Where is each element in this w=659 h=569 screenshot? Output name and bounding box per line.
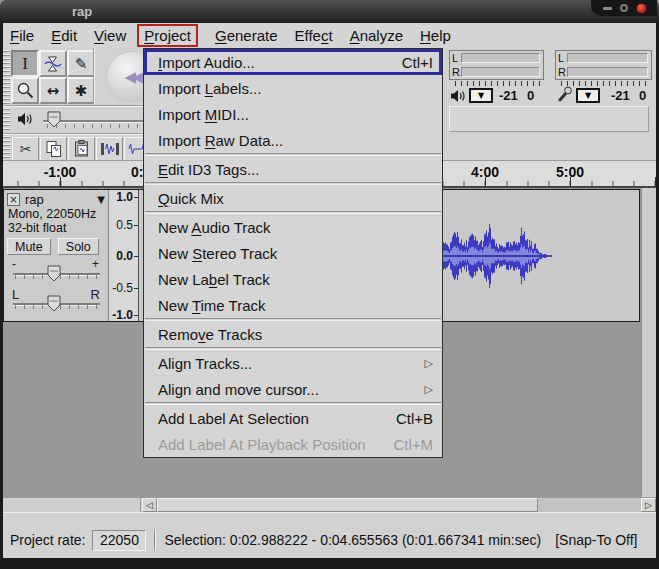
maximize-icon[interactable] <box>620 4 628 12</box>
track-control-panel: × rap ▼ Mono, 22050Hz 32-bit float Mute … <box>4 190 109 321</box>
track-menu-dropdown[interactable]: ▼ <box>97 194 105 205</box>
menu-item-label: Edit ID3 Tags... <box>158 161 259 178</box>
draw-tool-button[interactable]: ✎ <box>67 50 95 77</box>
timeline-label: 5:00 <box>556 164 584 180</box>
selection-tool-button[interactable]: I <box>11 50 39 77</box>
menu-item-label: Import MIDI... <box>158 106 249 123</box>
audacity-window: rap FileEditViewProjectGenerateEffectAna… <box>0 0 659 569</box>
project-rate-value[interactable]: 22050 <box>92 530 146 551</box>
window-border <box>0 558 659 569</box>
close-icon[interactable] <box>636 3 647 14</box>
scrollbar-corner <box>3 498 141 513</box>
menu-item-align-and-move-cursor[interactable]: Align and move cursor...▷ <box>144 376 442 402</box>
menu-item-label: Quick Mix <box>158 190 224 207</box>
input-meter: L R <box>555 50 652 80</box>
selection-status: Selection: 0:02.988222 - 0:04.655563 (0:… <box>164 532 541 548</box>
output-meter-low-label: -21 <box>499 88 518 103</box>
track-bitdepth-info: 32-bit float <box>8 221 108 235</box>
menubar-item-effect[interactable]: Effect <box>295 27 333 44</box>
menu-item-import-midi[interactable]: Import MIDI... <box>144 101 442 127</box>
menu-item-label: Import Audio... <box>158 54 255 71</box>
solo-button[interactable]: Solo <box>58 238 99 255</box>
minimize-icon[interactable] <box>603 7 612 10</box>
amplitude-label: 0.0 <box>116 250 133 263</box>
zoom-tool-button[interactable] <box>11 77 39 104</box>
paste-button[interactable] <box>68 137 95 160</box>
menubar-item-help[interactable]: Help <box>420 27 451 44</box>
amplitude-tick <box>134 197 138 198</box>
input-meter-low-label: -21 <box>611 88 630 103</box>
menu-item-label: Align Tracks... <box>158 355 252 372</box>
statusbar: Project rate: 22050 Selection: 0:02.9882… <box>3 512 656 558</box>
input-meter-left-bar <box>567 53 648 63</box>
cut-button[interactable]: ✂ <box>12 137 39 160</box>
scrollbar-track[interactable] <box>538 498 641 512</box>
envelope-tool-button[interactable] <box>39 50 67 77</box>
amplitude-ruler: 1.00.50.0-0.5-1.0 <box>109 190 139 321</box>
menu-item-label: New Time Track <box>158 297 266 314</box>
amplitude-label: 1.0 <box>116 191 133 204</box>
menu-item-shortcut: Ctl+M <box>393 436 433 453</box>
input-meter-dropdown[interactable]: ▼ <box>576 88 600 103</box>
menu-item-import-labels[interactable]: Import Labels... <box>144 75 442 101</box>
menu-item-add-label-at-selection[interactable]: Add Label At SelectionCtl+B <box>144 405 442 431</box>
menubar-item-generate[interactable]: Generate <box>215 27 278 44</box>
menu-item-label: Import Labels... <box>158 80 261 97</box>
menu-item-new-label-track[interactable]: New Label Track <box>144 266 442 292</box>
selection-tool-icon: I <box>22 54 28 74</box>
multi-tool-button[interactable]: ✱ <box>67 77 95 104</box>
pan-slider-thumb[interactable] <box>47 295 61 312</box>
menubar-item-file[interactable]: File <box>10 27 34 44</box>
submenu-arrow-icon: ▷ <box>425 383 433 396</box>
track-close-button[interactable]: × <box>7 193 20 206</box>
edit-toolbar-grip[interactable] <box>3 136 10 158</box>
output-meter-right-bar <box>461 67 540 77</box>
gain-slider-thumb[interactable] <box>47 265 61 282</box>
menu-item-label: Remove Tracks <box>158 326 262 343</box>
input-meter-right-bar <box>567 67 648 77</box>
menu-item-label: New Label Track <box>158 271 270 288</box>
output-volume-thumb[interactable] <box>47 111 61 128</box>
menubar-item-project[interactable]: Project <box>137 24 198 47</box>
menubar-item-analyze[interactable]: Analyze <box>350 27 403 44</box>
menu-item-import-raw-data[interactable]: Import Raw Data... <box>144 127 442 153</box>
scroll-right-button[interactable]: ▷ <box>641 498 656 512</box>
menu-item-new-time-track[interactable]: New Time Track <box>144 292 442 318</box>
menu-item-remove-tracks[interactable]: Remove Tracks <box>144 321 442 347</box>
amplitude-tick <box>134 256 138 257</box>
empty-toolbar-slot <box>449 106 649 132</box>
pan-left-label: L <box>12 287 19 302</box>
menubar-item-edit[interactable]: Edit <box>51 27 77 44</box>
tools-toolbar-grip[interactable] <box>3 50 10 104</box>
vertical-scrollbar[interactable] <box>641 188 656 497</box>
input-meter-left-label: L <box>556 53 567 64</box>
scrollbar-thumb[interactable] <box>157 498 538 512</box>
project-menu: Import Audio...Ctl+IImport Labels...Impo… <box>143 48 443 458</box>
menu-item-quick-mix[interactable]: Quick Mix <box>144 185 442 211</box>
mixer-toolbar-grip[interactable] <box>3 108 10 131</box>
output-meter-zero-label: 0 <box>527 88 534 103</box>
menu-item-align-tracks[interactable]: Align Tracks...▷ <box>144 350 442 376</box>
timeshift-tool-button[interactable]: ↔ <box>39 77 67 104</box>
mute-button[interactable]: Mute <box>7 238 51 255</box>
trim-button[interactable] <box>96 137 123 160</box>
track-header: × rap ▼ <box>4 190 108 207</box>
scroll-left-button[interactable]: ◁ <box>142 498 157 512</box>
output-meter-dropdown[interactable]: ▼ <box>469 88 493 103</box>
track-format-info: Mono, 22050Hz <box>8 207 108 221</box>
paste-icon <box>73 140 91 158</box>
menu-item-import-audio[interactable]: Import Audio...Ctl+I <box>144 49 442 75</box>
horizontal-scrollbar[interactable]: ◁ ▷ <box>3 497 656 512</box>
menu-item-shortcut: Ctl+B <box>396 410 433 427</box>
menu-item-label: New Audio Track <box>158 219 271 236</box>
gain-min-label: - <box>12 257 16 271</box>
menu-item-edit-id3-tags[interactable]: Edit ID3 Tags... <box>144 156 442 182</box>
menu-item-new-audio-track[interactable]: New Audio Track <box>144 214 442 240</box>
amplitude-label: -0.5 <box>112 282 133 295</box>
amplitude-label: 0.5 <box>116 219 133 232</box>
menubar-item-view[interactable]: View <box>94 27 126 44</box>
menu-item-new-stereo-track[interactable]: New Stereo Track <box>144 240 442 266</box>
menu-item-label: Import Raw Data... <box>158 132 283 149</box>
rewind-icon: ◀◀ <box>124 68 139 86</box>
copy-button[interactable] <box>40 137 67 160</box>
